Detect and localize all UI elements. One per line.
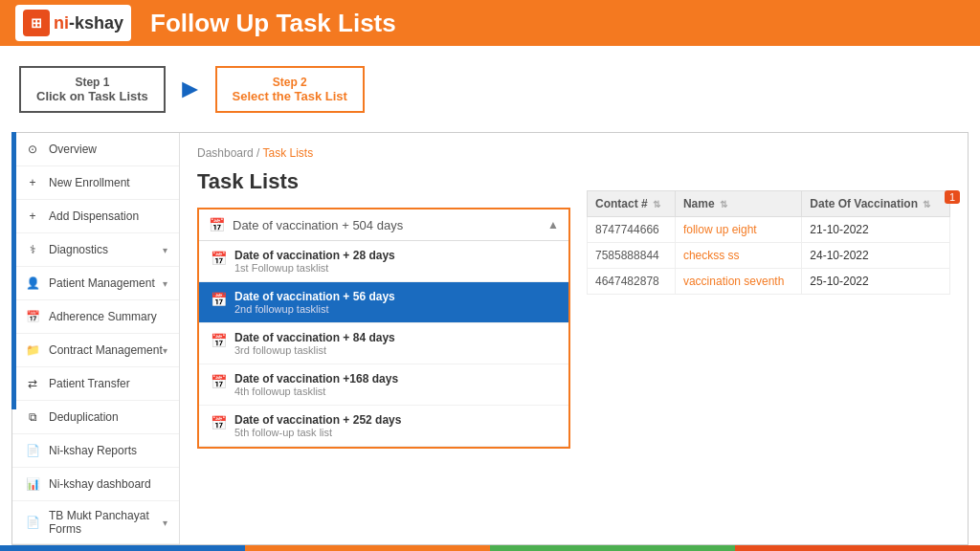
cell-dov: 25-10-2022: [802, 269, 950, 295]
sidebar-item-new-enrollment[interactable]: + New Enrollment: [12, 166, 179, 200]
option-text-5: Date of vaccination + 252 days 5th follo…: [234, 413, 401, 438]
main-area: ⊙ Overview + New Enrollment + Add Dispen…: [11, 132, 969, 545]
task-table: Contact # ⇅ Name ⇅ Date Of Vaccination ⇅: [587, 190, 950, 295]
dropdown-option-5[interactable]: 📅 Date of vaccination + 252 days 5th fol…: [199, 406, 568, 447]
step1-label: Step 1: [36, 76, 148, 89]
option-text-1: Date of vaccination + 28 days 1st Follow…: [234, 249, 395, 274]
table-row[interactable]: 8747744666 follow up eight 21-10-2022: [588, 217, 950, 243]
option-cal-icon-5: 📅: [211, 415, 227, 430]
dropdown-option-2[interactable]: 📅 Date of vaccination + 56 days 2nd foll…: [199, 282, 568, 323]
option-title-2: Date of vaccination + 56 days: [234, 290, 395, 303]
cell-contact: 7585888844: [588, 243, 676, 269]
bottom-bar-orange: [245, 545, 490, 551]
sidebar-label-reports: Ni-kshay Reports: [49, 444, 167, 457]
breadcrumb-home[interactable]: Dashboard: [197, 146, 254, 160]
sidebar-label-tb-mukt: TB Mukt Panchayat Forms: [49, 509, 163, 536]
sidebar-label-patient-management: Patient Management: [49, 276, 163, 290]
chevron-down-icon: ▾: [163, 245, 167, 255]
cell-dov: 21-10-2022: [802, 217, 950, 243]
main-content: Dashboard / Task Lists Task Lists 📅 Date…: [180, 133, 968, 544]
steps-area: Step 1 Click on Task Lists ► Step 2 Sele…: [0, 46, 980, 132]
table-header-row: Contact # ⇅ Name ⇅ Date Of Vaccination ⇅: [588, 191, 950, 217]
left-accent-bar: [11, 132, 16, 409]
cell-contact: 4647482878: [588, 269, 676, 295]
sidebar-label-adherence: Adherence Summary: [49, 310, 167, 323]
bottom-bar-red: [735, 545, 980, 551]
logo-text: ni-kshay: [54, 13, 123, 33]
transfer-icon: ⇄: [24, 375, 41, 392]
sort-icon-contact: ⇅: [653, 199, 660, 209]
dashboard-icon: 📊: [24, 475, 41, 493]
breadcrumb-current[interactable]: Task Lists: [263, 146, 314, 160]
option-sub-1: 1st Followup tasklist: [234, 262, 395, 274]
step2-box: Step 2 Select the Task List: [215, 66, 365, 113]
table-row[interactable]: 7585888844 checkss ss 24-10-2022: [588, 243, 950, 269]
dropdown-option-1[interactable]: 📅 Date of vaccination + 28 days 1st Foll…: [199, 241, 568, 282]
step1-box: Step 1 Click on Task Lists: [19, 66, 166, 113]
cell-name[interactable]: vaccination seventh: [675, 269, 801, 295]
calendar-header-icon: 📅: [209, 217, 225, 232]
tb-mukt-icon: 📄: [24, 514, 41, 531]
reports-icon: 📄: [24, 442, 41, 459]
option-cal-icon-4: 📅: [211, 374, 227, 389]
option-title-5: Date of vaccination + 252 days: [234, 413, 401, 427]
chevron-down-icon-pm: ▾: [163, 278, 167, 289]
sidebar-item-diagnostics[interactable]: ⚕ Diagnostics ▾: [12, 233, 179, 267]
sidebar-label-dispensation: Add Dispensation: [49, 209, 167, 223]
step2-content: Select the Task List: [233, 89, 347, 103]
bottom-bar: [0, 545, 980, 551]
sidebar-item-patient-management[interactable]: 👤 Patient Management ▾: [12, 267, 179, 300]
option-cal-icon-1: 📅: [211, 251, 227, 266]
sidebar-item-add-dispensation[interactable]: + Add Dispensation: [12, 200, 179, 233]
col-header-dov: Date Of Vaccination ⇅: [802, 191, 950, 217]
dropdown-option-4[interactable]: 📅 Date of vaccination +168 days 4th foll…: [199, 364, 568, 406]
sidebar-item-patient-transfer[interactable]: ⇄ Patient Transfer: [12, 367, 179, 401]
option-sub-5: 5th follow-up task list: [234, 427, 401, 438]
sidebar-item-tb-mukt[interactable]: 📄 TB Mukt Panchayat Forms ▾: [12, 501, 179, 544]
plus-icon-enrollment: +: [24, 174, 41, 191]
notification-badge: 1: [945, 190, 960, 204]
option-title-4: Date of vaccination +168 days: [234, 372, 398, 386]
logo-icon: ⊞: [23, 10, 50, 36]
option-text-3: Date of vaccination + 84 days 3rd follow…: [234, 331, 395, 356]
sort-icon-name: ⇅: [720, 199, 727, 209]
sidebar-label-contract: Contract Management: [49, 343, 163, 357]
cell-name[interactable]: follow up eight: [675, 217, 801, 243]
sidebar-item-adherence-summary[interactable]: 📅 Adherence Summary: [12, 300, 179, 334]
overview-icon: ⊙: [24, 141, 41, 158]
option-cal-icon-2: 📅: [211, 292, 227, 307]
sidebar: ⊙ Overview + New Enrollment + Add Dispen…: [12, 133, 180, 544]
sidebar-item-dashboard[interactable]: 📊 Ni-kshay dashboard: [12, 468, 179, 501]
sidebar-label-diagnostics: Diagnostics: [49, 243, 163, 256]
sidebar-label-enrollment: New Enrollment: [49, 176, 167, 189]
step-arrow: ►: [177, 74, 204, 104]
sort-icon-dov: ⇅: [923, 199, 930, 209]
breadcrumb: Dashboard / Task Lists: [197, 146, 950, 160]
col-header-name: Name ⇅: [675, 191, 801, 217]
sidebar-item-deduplication[interactable]: ⧉ Deduplication: [12, 401, 179, 434]
task-list-dropdown[interactable]: 📅 Date of vaccination + 504 days ▲ 📅 Dat…: [197, 208, 570, 449]
cell-contact: 8747744666: [588, 217, 676, 243]
dropdown-option-3[interactable]: 📅 Date of vaccination + 84 days 3rd foll…: [199, 323, 568, 364]
cell-dov: 24-10-2022: [802, 243, 950, 269]
option-title-1: Date of vaccination + 28 days: [234, 249, 395, 262]
folder-icon: 📁: [24, 342, 41, 359]
calendar-icon: 📅: [24, 308, 41, 325]
step2-label: Step 2: [233, 76, 347, 89]
dropdown-list: 📅 Date of vaccination + 28 days 1st Foll…: [199, 241, 568, 447]
sidebar-item-overview[interactable]: ⊙ Overview: [12, 133, 179, 166]
sidebar-label-dedup: Deduplication: [49, 410, 167, 424]
cell-name[interactable]: checkss ss: [675, 243, 801, 269]
sidebar-label-dashboard: Ni-kshay dashboard: [49, 477, 167, 491]
patient-icon: 👤: [24, 275, 41, 292]
dropdown-header[interactable]: 📅 Date of vaccination + 504 days ▲: [199, 209, 568, 241]
sidebar-label-transfer: Patient Transfer: [49, 377, 167, 390]
breadcrumb-separator: /: [254, 146, 263, 160]
dedup-icon: ⧉: [24, 408, 41, 426]
diagnostics-icon: ⚕: [24, 241, 41, 258]
option-cal-icon-3: 📅: [211, 333, 227, 348]
sidebar-item-contract-management[interactable]: 📁 Contract Management ▾: [12, 334, 179, 367]
table-row[interactable]: 4647482878 vaccination seventh 25-10-202…: [588, 269, 950, 295]
sidebar-item-reports[interactable]: 📄 Ni-kshay Reports: [12, 434, 179, 468]
task-table-area: 1 Contact # ⇅ Name ⇅ Date Of Vaccinati: [587, 190, 950, 295]
